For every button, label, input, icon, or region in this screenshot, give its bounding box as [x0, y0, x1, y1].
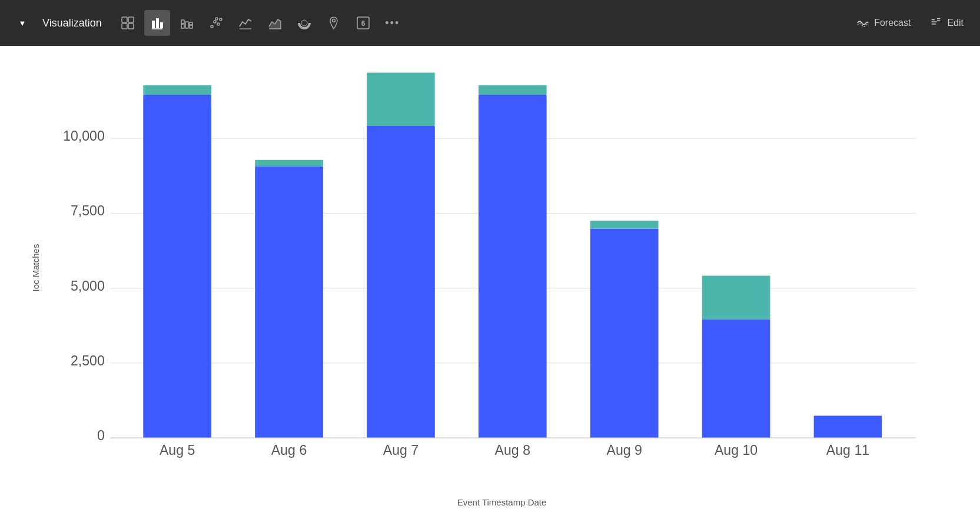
donut-chart-icon [297, 16, 311, 30]
table-icon-btn[interactable] [115, 10, 141, 36]
more-options-btn[interactable]: ••• [380, 10, 406, 36]
scatter-icon [209, 16, 223, 30]
svg-rect-48 [479, 95, 547, 438]
svg-point-19 [299, 18, 310, 28]
svg-text:Aug 10: Aug 10 [715, 443, 758, 458]
svg-rect-10 [185, 22, 188, 28]
svg-rect-39 [143, 95, 211, 438]
svg-text:Aug 11: Aug 11 [826, 443, 869, 458]
number-icon-btn[interactable]: 6 [350, 10, 376, 36]
map-pin-icon [327, 16, 341, 30]
svg-text:0: 0 [97, 428, 105, 443]
svg-rect-5 [156, 18, 159, 28]
svg-text:7,500: 7,500 [71, 203, 105, 218]
bar-aug5[interactable]: Aug 5 [143, 85, 211, 458]
svg-rect-57 [814, 416, 882, 438]
svg-rect-51 [590, 228, 659, 438]
svg-point-14 [214, 21, 216, 23]
svg-text:Aug 7: Aug 7 [383, 443, 418, 458]
chevron-down-icon: ▼ [19, 19, 26, 28]
bar-aug9[interactable]: Aug 9 [590, 221, 659, 458]
visualization-dropdown-arrow[interactable]: ▼ [9, 10, 35, 36]
svg-rect-45 [367, 126, 435, 438]
number-icon: 6 [356, 16, 370, 30]
donut-chart-icon-btn[interactable] [291, 10, 317, 36]
map-icon-btn[interactable] [321, 10, 347, 36]
svg-point-20 [301, 20, 307, 26]
svg-rect-42 [255, 166, 323, 438]
svg-rect-52 [590, 221, 659, 228]
svg-text:6: 6 [361, 19, 365, 28]
chart-area: Ioc Matches Event Timestamp Date 0 2,500… [0, 46, 980, 519]
svg-rect-4 [152, 21, 155, 28]
scatter-icon-btn[interactable] [203, 10, 229, 36]
stacked-bar-icon-btn[interactable] [174, 10, 200, 36]
toolbar-right: Forecast Edit [849, 12, 971, 34]
svg-point-17 [215, 18, 218, 20]
svg-rect-43 [255, 160, 323, 167]
svg-text:Aug 9: Aug 9 [606, 443, 642, 458]
area-chart-icon [268, 16, 282, 30]
forecast-button[interactable]: Forecast [849, 12, 918, 34]
svg-text:Aug 5: Aug 5 [160, 443, 195, 458]
svg-rect-49 [479, 85, 547, 95]
x-axis-label: Event Timestamp Date [457, 497, 547, 507]
svg-rect-54 [702, 320, 770, 438]
bar-chart-icon-btn[interactable] [144, 10, 170, 36]
edit-button[interactable]: Edit [922, 12, 971, 34]
svg-point-15 [217, 23, 220, 25]
toolbar-left: ▼ Visualization [9, 10, 847, 36]
svg-point-21 [332, 19, 335, 22]
visualization-title: Visualization [42, 17, 102, 29]
forecast-icon [856, 16, 869, 29]
svg-rect-46 [367, 72, 435, 126]
bar-chart-svg: 0 2,500 5,000 7,500 10,000 Aug 5 Aug 6 [59, 64, 945, 472]
more-icon: ••• [385, 17, 400, 29]
bar-aug10[interactable]: Aug 10 [702, 275, 770, 458]
toolbar: ▼ Visualization [0, 0, 980, 46]
bar-aug8[interactable]: Aug 8 [479, 85, 547, 458]
svg-rect-3 [128, 24, 134, 29]
svg-text:2,500: 2,500 [71, 353, 105, 368]
svg-rect-0 [122, 17, 127, 22]
line-chart-icon-btn[interactable] [232, 10, 258, 36]
svg-text:Aug 6: Aug 6 [271, 443, 307, 458]
stacked-bar-icon [180, 16, 194, 30]
edit-label: Edit [947, 18, 964, 28]
svg-rect-1 [128, 17, 134, 22]
svg-text:5,000: 5,000 [71, 278, 105, 294]
svg-rect-11 [190, 25, 192, 28]
bar-aug7[interactable]: Aug 7 [367, 72, 435, 458]
svg-rect-6 [160, 22, 163, 28]
line-chart-icon [238, 16, 253, 30]
svg-rect-9 [181, 20, 184, 24]
svg-rect-12 [190, 22, 192, 25]
svg-rect-8 [181, 24, 184, 28]
svg-text:Aug 8: Aug 8 [495, 443, 530, 458]
bar-aug6[interactable]: Aug 6 [255, 160, 323, 458]
svg-rect-55 [702, 275, 770, 319]
y-axis-label: Ioc Matches [31, 244, 41, 292]
edit-icon [929, 16, 942, 29]
table-icon [121, 16, 135, 30]
svg-rect-2 [122, 24, 127, 29]
svg-text:10,000: 10,000 [63, 128, 105, 144]
area-chart-icon-btn[interactable] [262, 10, 288, 36]
forecast-label: Forecast [874, 18, 911, 28]
svg-rect-40 [143, 85, 211, 95]
svg-point-16 [220, 18, 222, 21]
bar-chart-icon [150, 16, 164, 30]
svg-point-13 [211, 25, 213, 28]
bar-aug11[interactable]: Aug 11 [814, 416, 882, 458]
chart-wrapper: Ioc Matches Event Timestamp Date 0 2,500… [59, 64, 945, 472]
